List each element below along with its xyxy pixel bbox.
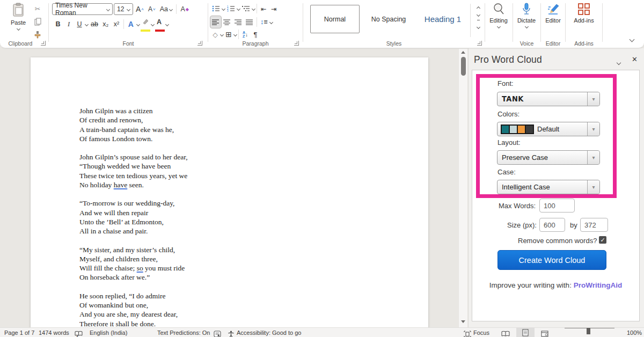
font-name-combo[interactable]: Times New Roman <box>52 3 113 15</box>
page-indicator[interactable]: Page 1 of 7 <box>4 328 34 337</box>
accessibility-status[interactable]: Accessibility: Good to go <box>237 328 301 337</box>
layout-dropdown-arrow-icon[interactable]: ▾ <box>587 151 599 164</box>
styles-scroll-down-icon[interactable] <box>477 13 480 17</box>
highlight-button[interactable] <box>141 18 150 30</box>
justify-button[interactable] <box>244 16 255 28</box>
font-color-button[interactable]: A <box>155 18 165 30</box>
sort-button[interactable]: AZ ↓ <box>240 28 250 40</box>
style-no-spacing[interactable]: No Spacing <box>364 5 413 33</box>
borders-button[interactable]: ⊞ <box>224 28 233 40</box>
collapse-ribbon-chevron-icon[interactable] <box>630 37 635 42</box>
line-spacing-chevron-icon[interactable] <box>269 20 273 24</box>
strikethrough-button[interactable]: ab <box>89 18 100 30</box>
paragraph-dialog-launcher[interactable] <box>294 41 299 46</box>
document-page[interactable]: John Gilpin was a citizenOf credit and r… <box>31 57 428 327</box>
line-spacing-button[interactable]: ↕≡ <box>259 16 269 28</box>
case-dropdown[interactable]: Intelligent Case ▾ <box>497 180 600 194</box>
copy-button[interactable] <box>32 16 43 27</box>
numbering-button[interactable]: 123 <box>225 3 237 14</box>
pilcrow-button[interactable]: ¶ <box>251 28 260 40</box>
pane-options-chevron-icon[interactable] <box>617 57 620 67</box>
dictate-button[interactable]: Dictate <box>514 3 539 37</box>
underline-button[interactable]: U <box>75 18 84 30</box>
poem-line: Of famous London town. <box>79 134 188 143</box>
grow-font-button[interactable]: A˄ <box>134 3 145 15</box>
align-left-button[interactable] <box>210 16 221 28</box>
print-layout-button[interactable] <box>516 328 535 337</box>
clear-formatting-button[interactable]: A◆ <box>179 3 191 15</box>
text-predictions-icon[interactable] <box>214 328 221 337</box>
multilevel-chevron-icon[interactable] <box>252 6 255 10</box>
style-heading-1[interactable]: Heading 1 <box>418 5 468 33</box>
font-dropdown-arrow-icon[interactable]: ▾ <box>587 92 599 106</box>
editing-button[interactable]: Editing <box>486 3 511 37</box>
underline-chevron-icon[interactable] <box>85 22 89 26</box>
zoom-level[interactable]: 100% <box>627 328 642 337</box>
superscript-button[interactable]: x² <box>112 18 121 30</box>
accessibility-icon[interactable] <box>228 328 235 337</box>
word-count[interactable]: 1474 words <box>39 328 69 337</box>
increase-indent-button[interactable]: ⇥ <box>269 3 279 14</box>
size-height-input[interactable] <box>580 218 608 232</box>
shrink-font-button[interactable]: A˅ <box>147 3 157 15</box>
scroll-up-arrow-icon[interactable] <box>461 51 465 54</box>
styles-gallery-expand-icon[interactable] <box>477 20 480 31</box>
web-layout-button[interactable] <box>541 328 548 337</box>
font-dialog-launcher[interactable] <box>197 41 202 46</box>
numbering-chevron-icon[interactable] <box>237 6 240 10</box>
prowritingaid-link[interactable]: ProWritingAid <box>574 281 623 289</box>
poem-text[interactable]: John Gilpin was a citizenOf credit and r… <box>79 106 188 327</box>
case-dropdown-arrow-icon[interactable]: ▾ <box>587 180 599 194</box>
align-right-button[interactable] <box>233 16 244 28</box>
addins-button[interactable]: Add-ins <box>572 3 596 37</box>
decrease-indent-button[interactable]: ⇤ <box>259 3 268 14</box>
scrollbar-thumb[interactable] <box>461 57 466 76</box>
multilevel-list-button[interactable] <box>240 3 252 14</box>
size-width-input[interactable] <box>539 218 565 232</box>
highlight-chevron-icon[interactable] <box>151 22 155 26</box>
poem-stanza: “To-morrow is our wedding-day,And we wil… <box>79 199 188 236</box>
text-predictions-indicator[interactable]: Text Predictions: On <box>157 328 210 337</box>
colors-dropdown-arrow-icon[interactable]: ▾ <box>587 122 599 136</box>
max-words-input[interactable] <box>539 199 575 213</box>
text-effects-chevron-icon[interactable] <box>136 22 140 26</box>
font-size-combo[interactable]: 12 <box>114 3 133 15</box>
text-effects-button[interactable]: A <box>126 18 136 30</box>
subscript-button[interactable]: x₂ <box>101 18 111 30</box>
borders-chevron-icon[interactable] <box>233 32 237 36</box>
vertical-scrollbar[interactable] <box>458 49 467 327</box>
align-center-button[interactable] <box>222 16 232 28</box>
bold-button[interactable]: B <box>53 18 63 30</box>
italic-button[interactable]: I <box>64 18 74 30</box>
spellcheck-status-icon[interactable]: ✗ <box>75 328 83 337</box>
remove-common-words-checkbox[interactable]: ✓ <box>599 236 606 244</box>
change-case-button[interactable]: Aa <box>158 3 174 15</box>
paste-button[interactable]: Paste <box>6 3 31 37</box>
styles-dialog-launcher[interactable] <box>477 41 482 46</box>
colors-dropdown[interactable]: Default ▾ <box>497 122 600 136</box>
format-painter-button[interactable] <box>32 28 43 40</box>
highlighter-icon <box>142 18 149 25</box>
poem-line: And we will then repair <box>79 208 188 217</box>
pane-close-icon[interactable]: ✕ <box>632 55 638 63</box>
editor-button[interactable]: Editor <box>541 3 565 37</box>
create-word-cloud-button[interactable]: Create Word Cloud <box>497 250 606 270</box>
shading-chevron-icon[interactable] <box>220 32 224 36</box>
bullets-chevron-icon[interactable] <box>222 6 225 10</box>
zoom-slider-handle[interactable] <box>587 328 590 334</box>
focus-mode-icon[interactable] <box>464 328 471 337</box>
bullets-button[interactable] <box>210 3 222 14</box>
shading-button[interactable]: ◇ <box>210 28 220 40</box>
language-indicator[interactable]: English (India) <box>90 328 127 337</box>
focus-mode-label[interactable]: Focus <box>473 328 489 337</box>
font-dropdown[interactable]: TANK ▾ <box>497 92 600 106</box>
size-by-label: by <box>570 221 577 229</box>
styles-scroll-up-icon[interactable] <box>477 6 480 10</box>
font-color-chevron-icon[interactable] <box>165 22 169 26</box>
read-mode-button[interactable] <box>501 328 510 337</box>
scroll-down-arrow-icon[interactable] <box>461 320 465 323</box>
cut-button[interactable]: ✂ <box>32 3 43 14</box>
layout-dropdown[interactable]: Preserve Case ▾ <box>497 150 600 165</box>
clipboard-dialog-launcher[interactable] <box>41 41 46 46</box>
style-normal[interactable]: Normal <box>310 5 360 33</box>
